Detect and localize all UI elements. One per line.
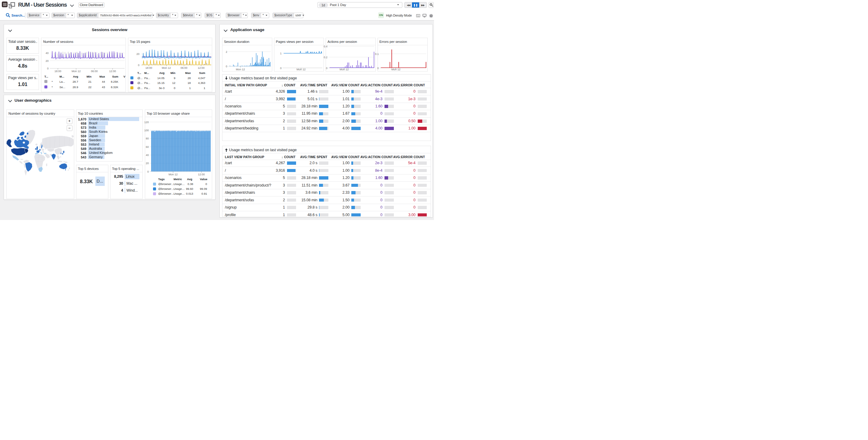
svg-text:0: 0 bbox=[226, 65, 227, 68]
svg-text:40: 40 bbox=[45, 52, 49, 55]
svg-text:80: 80 bbox=[146, 137, 149, 140]
svg-text:100: 100 bbox=[144, 129, 149, 132]
svg-text:06:00: 06:00 bbox=[181, 66, 187, 69]
svg-text:0.1: 0.1 bbox=[375, 53, 379, 56]
svg-text:Mon 12: Mon 12 bbox=[297, 68, 306, 71]
svg-text:20: 20 bbox=[45, 59, 49, 62]
svg-text:1: 1 bbox=[280, 52, 282, 55]
svg-text:0: 0 bbox=[147, 170, 149, 173]
svg-text:2: 2 bbox=[226, 51, 227, 54]
svg-text:20: 20 bbox=[146, 162, 149, 165]
svg-text:0: 0 bbox=[138, 64, 140, 67]
svg-text:40: 40 bbox=[146, 154, 149, 157]
svg-text:0: 0 bbox=[326, 67, 328, 70]
svg-text:Mon 12: Mon 12 bbox=[168, 173, 178, 176]
svg-text:18:00: 18:00 bbox=[146, 66, 152, 69]
svg-text:60: 60 bbox=[146, 146, 149, 149]
svg-text:Mon 12: Mon 12 bbox=[340, 68, 349, 71]
svg-text:Mon 12: Mon 12 bbox=[392, 68, 401, 71]
svg-text:18:00: 18:00 bbox=[55, 70, 62, 73]
svg-text:120: 120 bbox=[144, 121, 149, 124]
svg-text:0.4: 0.4 bbox=[323, 45, 328, 48]
svg-text:0: 0 bbox=[280, 67, 282, 70]
svg-text:0: 0 bbox=[47, 67, 49, 70]
svg-text:0: 0 bbox=[377, 67, 379, 70]
svg-text:06:00: 06:00 bbox=[91, 70, 98, 73]
svg-text:12:00: 12:00 bbox=[198, 173, 205, 176]
svg-text:12:00: 12:00 bbox=[198, 66, 205, 69]
svg-text:0.2: 0.2 bbox=[323, 56, 328, 59]
svg-text:Mon 12: Mon 12 bbox=[236, 68, 245, 71]
svg-text:12:00: 12:00 bbox=[109, 70, 116, 73]
svg-text:20: 20 bbox=[136, 53, 140, 56]
svg-text:Mon 12: Mon 12 bbox=[71, 70, 81, 73]
svg-text:Mon 12: Mon 12 bbox=[162, 66, 171, 69]
